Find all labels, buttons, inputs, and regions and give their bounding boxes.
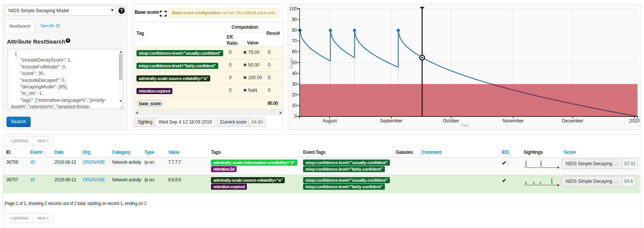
- svg-text:40: 40: [292, 71, 297, 76]
- svg-text:90: 90: [292, 17, 297, 22]
- svg-text:December: December: [562, 118, 583, 124]
- svg-text:30: 30: [292, 81, 297, 87]
- svg-text:100: 100: [289, 6, 297, 11]
- svg-text:August: August: [323, 118, 337, 124]
- svg-text:September: September: [380, 118, 402, 124]
- svg-text:20: 20: [292, 92, 297, 98]
- svg-text:70: 70: [292, 38, 297, 44]
- svg-text:60: 60: [292, 49, 297, 54]
- svg-text:Score: Score: [289, 58, 294, 69]
- svg-text:0: 0: [294, 114, 297, 119]
- svg-text:November: November: [503, 118, 524, 124]
- svg-text:October: October: [443, 118, 459, 124]
- svg-text:80: 80: [292, 28, 297, 33]
- svg-text:10: 10: [292, 103, 297, 108]
- svg-text:2020: 2020: [629, 118, 640, 124]
- svg-text:Date: Date: [460, 123, 469, 127]
